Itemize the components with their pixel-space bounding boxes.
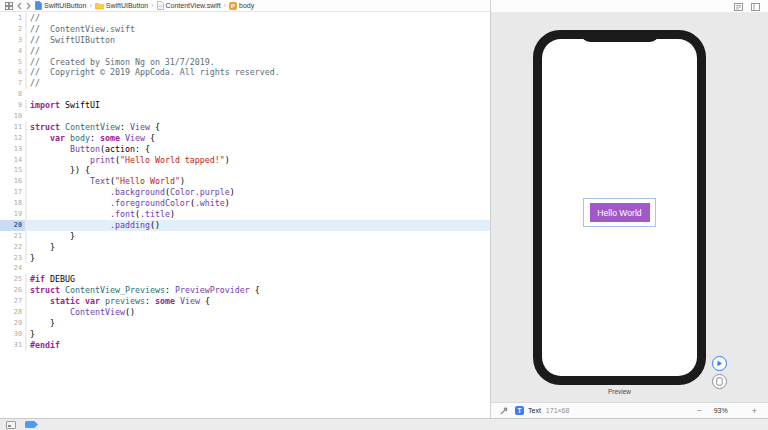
line-number[interactable]: 12 [0,133,25,144]
line-number[interactable]: 26 [0,285,25,296]
code-text[interactable]: #if DEBUG [30,274,75,285]
code-line[interactable]: 17 .background(Color.purple) [0,187,490,198]
code-text[interactable]: struct ContentView_Previews: PreviewProv… [30,285,260,296]
line-number[interactable]: 8 [0,89,25,100]
code-text[interactable]: Button(action: { [30,144,150,155]
line-number[interactable]: 5 [0,57,25,68]
line-number[interactable]: 22 [0,242,25,253]
line-number[interactable]: 2 [0,24,25,35]
related-items-icon[interactable] [5,2,13,10]
line-number[interactable]: 20 [0,220,25,231]
code-line[interactable]: 11struct ContentView: View { [0,122,490,133]
code-text[interactable]: static var previews: some View { [30,296,210,307]
code-line[interactable]: 29 } [0,318,490,329]
back-button[interactable] [17,2,22,10]
line-number[interactable]: 24 [0,263,25,274]
line-number[interactable]: 18 [0,198,25,209]
breadcrumb-project[interactable]: SwiftUIButton [35,1,86,10]
line-number[interactable]: 27 [0,296,25,307]
code-text[interactable]: } [30,329,35,340]
preview-on-device-button[interactable] [712,374,727,389]
code-line[interactable]: 23} [0,253,490,264]
code-line[interactable]: 9import SwiftUI [0,100,490,111]
line-number[interactable]: 9 [0,100,25,111]
code-line[interactable]: 19 .font(.title) [0,209,490,220]
code-line[interactable]: 8 [0,89,490,100]
code-line[interactable]: 27 static var previews: some View { [0,296,490,307]
breadcrumb-symbol[interactable]: › P body [221,2,255,10]
code-line[interactable]: 3// SwiftUIButton [0,35,490,46]
line-number[interactable]: 30 [0,329,25,340]
code-text[interactable]: // Created by Simon Ng on 31/7/2019. [30,57,215,68]
code-text[interactable]: // [30,46,40,57]
breadcrumb-folder[interactable]: › SwiftUIButton [86,2,148,10]
code-line[interactable]: 30} [0,329,490,340]
code-text[interactable]: // Copyright © 2019 AppCoda. All rights … [30,67,280,78]
code-text[interactable]: print("Hello World tapped!") [30,155,230,166]
code-text[interactable]: ContentView() [30,307,135,318]
selected-view-padding-box[interactable]: Hello World [583,198,656,227]
code-text[interactable]: // ContentView.swift [30,24,135,35]
live-preview-button[interactable] [712,356,727,371]
line-number[interactable]: 25 [0,274,25,285]
line-number[interactable]: 13 [0,144,25,155]
code-line[interactable]: 13 Button(action: { [0,144,490,155]
code-line[interactable]: 18 .foregroundColor(.white) [0,198,490,209]
line-number[interactable]: 29 [0,318,25,329]
hello-world-button[interactable]: Hello World [590,203,650,222]
code-line[interactable]: 26struct ContentView_Previews: PreviewPr… [0,285,490,296]
breakpoint-icon[interactable] [25,421,38,428]
line-number[interactable]: 4 [0,46,25,57]
selection-type-label[interactable]: Text [528,407,541,414]
code-text[interactable]: } [30,242,55,253]
line-number[interactable]: 19 [0,209,25,220]
code-line[interactable]: 5// Created by Simon Ng on 31/7/2019. [0,57,490,68]
code-text[interactable]: }) { [30,165,90,176]
line-number[interactable]: 15 [0,165,25,176]
pin-icon[interactable] [500,406,509,416]
code-text[interactable]: } [30,253,35,264]
code-line[interactable]: 7// [0,78,490,89]
code-text[interactable]: // SwiftUIButton [30,35,115,46]
code-text[interactable]: // [30,13,40,24]
code-text[interactable]: var body: some View { [30,133,155,144]
code-line[interactable]: 16 Text("Hello World") [0,176,490,187]
source-editor[interactable]: 1//2// ContentView.swift3// SwiftUIButto… [0,12,490,418]
code-line[interactable]: 10 [0,111,490,122]
line-number[interactable]: 1 [0,13,25,24]
code-text[interactable]: .foregroundColor(.white) [30,198,230,209]
line-number[interactable]: 23 [0,253,25,264]
code-line[interactable]: 14 print("Hello World tapped!") [0,155,490,166]
line-number[interactable]: 3 [0,35,25,46]
code-line[interactable]: 20 .padding() [0,220,490,231]
line-number[interactable]: 28 [0,307,25,318]
code-text[interactable]: #endif [30,340,60,351]
code-text[interactable]: } [30,231,75,242]
line-number[interactable]: 7 [0,78,25,89]
code-line[interactable]: 28 ContentView() [0,307,490,318]
line-number[interactable]: 6 [0,67,25,78]
code-text[interactable]: struct ContentView: View { [30,122,160,133]
code-text[interactable]: } [30,318,55,329]
breadcrumb-file[interactable]: › ContentView.swift [148,1,220,10]
line-number[interactable]: 21 [0,231,25,242]
zoom-out-button[interactable]: − [697,406,702,415]
code-line[interactable]: 1// [0,13,490,24]
line-number[interactable]: 17 [0,187,25,198]
code-text[interactable]: .padding() [30,220,160,231]
line-number[interactable]: 11 [0,122,25,133]
line-number[interactable]: 10 [0,111,25,122]
editor-only-icon[interactable] [6,421,16,429]
code-text[interactable]: Text("Hello World") [30,176,185,187]
code-line[interactable]: 24 [0,263,490,274]
code-line[interactable]: 4// [0,46,490,57]
code-line[interactable]: 21 } [0,231,490,242]
line-number[interactable]: 31 [0,340,25,351]
code-line[interactable]: 15 }) { [0,165,490,176]
code-line[interactable]: 22 } [0,242,490,253]
code-text[interactable]: .font(.title) [30,209,175,220]
code-line[interactable]: 31#endif [0,340,490,351]
line-number[interactable]: 14 [0,155,25,166]
code-line[interactable]: 25#if DEBUG [0,274,490,285]
code-line[interactable]: 2// ContentView.swift [0,24,490,35]
